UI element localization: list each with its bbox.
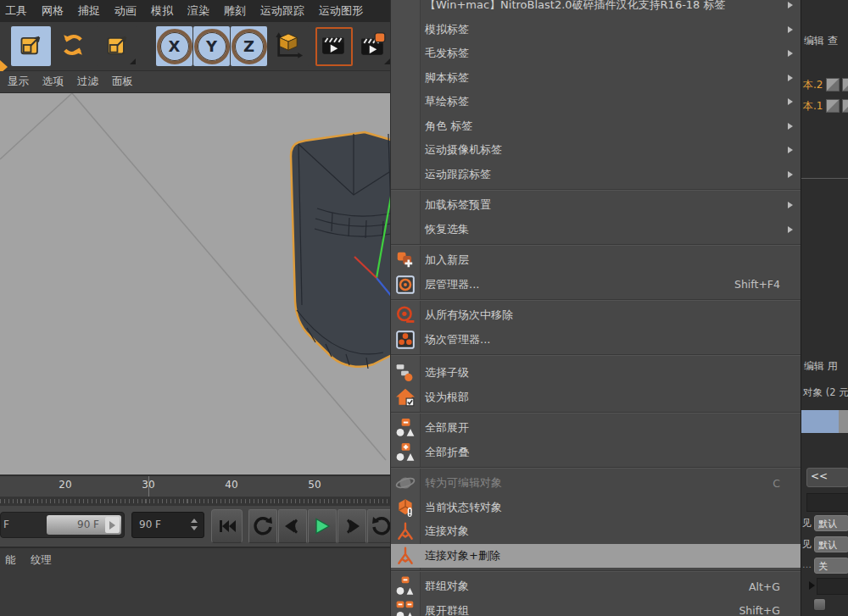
coordinate-system-button[interactable]	[268, 26, 309, 66]
menu-item-connect-objects[interactable]: 连接对象	[391, 519, 801, 544]
texture-tag-icon[interactable]	[826, 99, 840, 113]
collapse-panel-button[interactable]: <<	[806, 468, 848, 487]
menu-item-set-as-root[interactable]: 设为根部	[391, 386, 801, 410]
menu-item-add-to-new-layer[interactable]: 加入新层	[391, 248, 801, 273]
range-slider-handle[interactable]: 90 F	[47, 515, 121, 535]
attr-default-button[interactable]: 默认	[814, 536, 848, 552]
attr-field[interactable]	[806, 493, 848, 512]
submenu-arrow-icon	[788, 98, 793, 105]
menu-item-current-state-to-object[interactable]: 当前状态转对象	[391, 496, 801, 520]
timeline-range-slider[interactable]: F 90 F	[0, 512, 125, 538]
menu-item-layer-manager[interactable]: 层管理器... Shift+F4	[391, 273, 801, 297]
menu-item-group-objects[interactable]: 群组对象 Alt+G	[391, 574, 801, 599]
spinner-arrows-icon[interactable]	[191, 519, 198, 530]
range-start-fragment: F	[3, 519, 9, 530]
shortcut-label: C	[773, 477, 780, 490]
panel-divider	[801, 178, 848, 179]
menu-separator	[391, 352, 801, 361]
render-view-button[interactable]	[315, 27, 353, 66]
menu-item-hair-tags[interactable]: 毛发标签	[391, 42, 801, 66]
menu-item-make-editable[interactable]: 转为可编辑对象 C	[391, 471, 801, 496]
menu-animate[interactable]: 动画	[114, 3, 137, 19]
tab-fragment[interactable]	[839, 410, 848, 433]
vp-menu-display[interactable]: 显示	[8, 75, 29, 89]
previous-frame-icon	[282, 516, 303, 536]
menu-item-sketch-tags[interactable]: 草绘标签	[391, 90, 801, 114]
submenu-arrow-icon	[788, 2, 793, 8]
menu-separator	[391, 241, 801, 248]
menu-item-connect-objects-delete[interactable]: 连接对象+删除	[391, 544, 801, 569]
menu-item-restore-selection[interactable]: 恢复选集	[391, 218, 801, 242]
play-backwards-button[interactable]	[248, 509, 277, 543]
menu-item-simulation-tags[interactable]: 模拟标签	[391, 18, 801, 42]
set-as-root-icon	[395, 387, 416, 408]
previous-frame-button[interactable]	[278, 509, 307, 543]
object-context-menu: 【Win+mac】NitroBlast2.0破碎插件汉化支持R16-18 标签 …	[390, 0, 801, 616]
x-axis-lock-button[interactable]: X	[156, 26, 192, 66]
menu-sculpt[interactable]: 雕刻	[224, 3, 246, 19]
menu-simulate[interactable]: 模拟	[151, 3, 173, 19]
attr-field[interactable]	[817, 578, 848, 595]
next-frame-button[interactable]	[338, 509, 366, 543]
select-children-icon	[395, 363, 416, 383]
menu-item-motion-tracker-tags[interactable]: 运动跟踪标签	[391, 163, 801, 187]
scale-tool-button[interactable]	[11, 26, 51, 66]
render-to-picture-viewer-button[interactable]	[354, 27, 392, 66]
submenu-arrow-icon	[788, 202, 793, 208]
y-axis-lock-button[interactable]: Y	[193, 26, 230, 66]
range-arrow-button[interactable]	[105, 517, 120, 533]
play-button[interactable]	[308, 509, 337, 543]
go-to-start-button[interactable]	[211, 509, 243, 543]
selected-tab-fragment[interactable]	[801, 410, 839, 433]
submenu-arrow-icon	[788, 50, 793, 57]
connect-objects-icon	[395, 521, 416, 541]
ruler-label: 40	[225, 479, 237, 491]
menu-item-load-tag-preset[interactable]: 加载标签预置	[391, 193, 801, 218]
texture-tag-icon[interactable]	[842, 99, 848, 113]
menu-item-fold-all[interactable]: 全部折叠	[391, 441, 801, 465]
vp-menu-panel[interactable]: 面板	[112, 75, 133, 89]
playback-controls	[248, 509, 396, 543]
vp-menu-filter[interactable]: 过滤	[77, 75, 98, 89]
menu-item-expand-group[interactable]: 展开群组 Shift+G	[391, 599, 801, 616]
object-manager-menu-fragment[interactable]: 编辑 查	[804, 34, 838, 48]
menu-render[interactable]: 渲染	[187, 3, 209, 19]
menu-mograph[interactable]: 运动图形	[319, 3, 363, 19]
scale-tool-alt-button[interactable]	[98, 26, 137, 66]
shortcut-label: Alt+G	[749, 580, 780, 593]
vp-menu-options[interactable]: 选项	[42, 75, 64, 89]
menu-item-motion-camera-tags[interactable]: 运动摄像机标签	[391, 138, 801, 163]
rotate-tool-button[interactable]	[53, 26, 92, 66]
current-frame-spinner[interactable]: 90 F	[131, 512, 204, 538]
shortcut-label: Shift+G	[739, 604, 780, 616]
bp-menu-function-fragment[interactable]: 能	[5, 553, 16, 568]
expand-arrow-icon[interactable]	[809, 581, 815, 590]
menu-item-take-manager[interactable]: 场次管理器...	[391, 328, 801, 352]
menu-item-character-tags[interactable]: 角色 标签	[391, 114, 801, 139]
z-axis-lock-button[interactable]: Z	[231, 26, 267, 66]
attr-default-button[interactable]: 默认	[814, 515, 848, 531]
enable-toggle[interactable]	[813, 598, 826, 611]
menu-item-script-tags[interactable]: 脚本标签	[391, 66, 801, 91]
attr-off-button[interactable]: 关	[814, 558, 848, 574]
submenu-arrow-icon	[788, 226, 793, 233]
attr-row-label-fragment: …	[802, 559, 812, 570]
menu-mesh[interactable]: 网格	[42, 3, 64, 19]
menu-item-remove-from-all-takes[interactable]: 从所有场次中移除	[391, 303, 801, 328]
scale-icon	[19, 32, 44, 61]
bp-menu-texture[interactable]: 纹理	[31, 553, 52, 568]
menu-item-unfold-all[interactable]: 全部展开	[391, 416, 801, 441]
play-icon	[312, 516, 332, 536]
attribute-manager-menu-fragment[interactable]: 编辑 用	[804, 359, 838, 374]
menu-item-nitroblast[interactable]: 【Win+mac】NitroBlast2.0破碎插件汉化支持R16-18 标签	[391, 0, 801, 18]
object-item-name[interactable]: 本.1	[803, 99, 823, 114]
z-axis-icon: Z	[232, 29, 267, 64]
menu-snap[interactable]: 捕捉	[78, 3, 100, 19]
menu-item-select-children[interactable]: 选择子级	[391, 361, 801, 386]
object-item-name[interactable]: 本.2	[803, 78, 823, 92]
texture-tag-icon[interactable]	[826, 78, 840, 92]
texture-tag-icon[interactable]	[842, 78, 848, 92]
dropdown-corner-icon	[384, 58, 390, 64]
menu-motion-tracker[interactable]: 运动跟踪	[260, 3, 304, 19]
menu-tools[interactable]: 工具	[5, 3, 27, 19]
